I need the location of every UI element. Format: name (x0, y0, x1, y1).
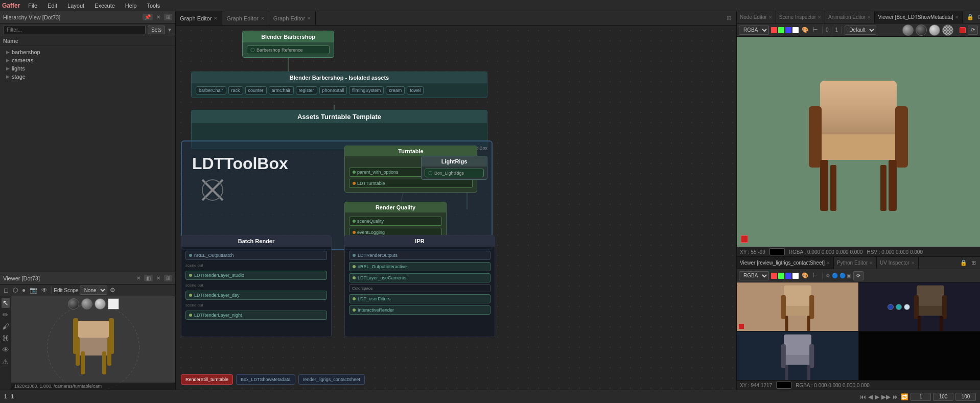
menu-tools[interactable]: Tools (145, 2, 162, 10)
viewer-box-close[interactable]: ✕ (955, 15, 959, 20)
bottom-grid-btn[interactable]: ⊞ (970, 259, 977, 267)
timeline-current[interactable]: 1 (11, 394, 14, 399)
reset-view-btn[interactable]: ⟳ (968, 26, 978, 35)
scene-inspector-close[interactable]: ✕ (818, 15, 822, 20)
review-lut-icon[interactable]: 🎨 (801, 272, 810, 279)
menu-execute[interactable]: Execute (92, 2, 117, 10)
python-editor-close[interactable]: ✕ (869, 260, 873, 266)
viewer-cube-btn[interactable]: ◻ (2, 286, 10, 295)
menu-help[interactable]: Help (123, 2, 139, 10)
tool-paint-icon[interactable]: 🖌 (1, 321, 10, 331)
default-select[interactable]: Default (845, 26, 876, 35)
ipr-group[interactable]: IPR LDTRenderOutputs nREL_OutputInteract… (344, 235, 495, 337)
review-clamp-icon[interactable]: ⊢ (812, 272, 819, 279)
tool-warning-icon[interactable]: ⚠ (1, 357, 10, 367)
tree-item-barbershop[interactable]: ▶ barbershop (0, 48, 175, 56)
isolated-assets-node[interactable]: Blender Barbershop - Isolated assets bar… (191, 72, 487, 98)
tl-play-btn[interactable]: ▶ (875, 393, 879, 400)
viewer-cube2-btn[interactable]: ⬡ (11, 286, 19, 295)
animation-editor-tab[interactable]: Animation Editor ✕ (825, 11, 875, 23)
scene-inspector-tab[interactable]: Scene Inspector ✕ (776, 11, 825, 23)
sets-dropdown-icon[interactable]: ▼ (167, 27, 172, 33)
menu-edit[interactable]: Edit (45, 2, 59, 10)
green-channel-icon[interactable] (778, 27, 784, 33)
graph-tab-1[interactable]: Graph Editor ✕ (176, 11, 222, 25)
review-red-icon[interactable] (771, 273, 777, 279)
right-lock-btn[interactable]: 🔒 (966, 13, 975, 21)
graph-fullscreen-btn[interactable]: ⊞ (726, 14, 732, 22)
hierarchy-filter-input[interactable] (3, 25, 146, 34)
viewer-dot73-grid-btn[interactable]: ⊞ (164, 275, 172, 281)
menu-layout[interactable]: Layout (65, 2, 86, 10)
graph-tab-2-close[interactable]: ✕ (261, 16, 265, 21)
red-channel-icon[interactable] (771, 27, 777, 33)
bottom-lock-btn[interactable]: 🔒 (959, 259, 968, 267)
review-alpha-icon[interactable] (792, 273, 799, 279)
tl-frame-input[interactable] (911, 393, 931, 401)
sphere-checker-right (942, 25, 953, 36)
tl-next-btn[interactable]: ⏭ (893, 393, 899, 400)
renderstill-pill[interactable]: RenderStill_turntable (181, 374, 233, 385)
viewer-review-tab[interactable]: Viewer [review_ligtrigs_contactSheet] ✕ (737, 257, 834, 269)
graph-tab-3-close[interactable]: ✕ (307, 16, 311, 21)
alpha-channel-icon[interactable] (792, 27, 799, 33)
turntable-sub-header: Turntable (345, 146, 477, 156)
tl-loop-btn[interactable]: 🔁 (901, 393, 908, 400)
bbshop-node[interactable]: Blender Barbershop ⬡ Barbershop Referenc… (242, 31, 334, 58)
tl-forward-btn[interactable]: ▶▶ (881, 393, 891, 400)
tool-pencil-icon[interactable]: ✏ (2, 310, 10, 320)
tl-back-btn[interactable]: ◀ (868, 393, 873, 400)
graph-tab-2[interactable]: Graph Editor ✕ (222, 11, 269, 25)
rgba-select[interactable]: RGBA (739, 26, 769, 35)
tool-lasso-icon[interactable]: ⌘ (1, 333, 10, 343)
batch-render-group[interactable]: Batch Render nREL_OutputBatch scene out … (181, 235, 332, 337)
menu-file[interactable]: File (26, 2, 39, 10)
render-ligrigs-pill[interactable]: render_ligrigs_contactSheet (298, 374, 365, 385)
lightrig-node[interactable]: LightRigs ⬡ Box_LightRigs (421, 156, 487, 180)
tree-item-stage[interactable]: ▶ stage (0, 73, 175, 81)
viewer-review-close[interactable]: ✕ (826, 260, 830, 266)
svg-rect-39 (918, 315, 921, 331)
python-editor-tab[interactable]: Python Editor ✕ (834, 257, 877, 269)
tool-select-icon[interactable]: ↖ (2, 298, 10, 308)
clamp-icon[interactable]: ⊢ (812, 26, 819, 34)
review-blue-icon[interactable] (785, 273, 791, 279)
viewer-box-tab[interactable]: Viewer [Box_LDTShowMetadata] ✕ (875, 11, 962, 23)
viewer-dot73-close2-btn[interactable]: ✕ (155, 275, 162, 281)
review-reset-btn[interactable]: ⟳ (853, 271, 864, 280)
review-rgba-select[interactable]: RGBA (739, 271, 769, 280)
node-editor-close[interactable]: ✕ (768, 15, 773, 20)
animation-editor-close[interactable]: ✕ (867, 15, 871, 20)
batch-header-label: nREL_OutputBatch (194, 253, 234, 258)
graph-tab-3[interactable]: Graph Editor ✕ (269, 11, 316, 25)
viewer-sphere-btn[interactable]: ● (20, 286, 27, 295)
viewer-dot73-restore-btn[interactable]: ◧ (144, 275, 153, 281)
blue-channel-icon[interactable] (785, 27, 791, 33)
review-sep (822, 272, 823, 279)
tl-prev-btn[interactable]: ⏮ (860, 393, 866, 400)
tool-eye-icon[interactable]: 👁 (1, 345, 10, 355)
ref-icon: ⬡ (250, 47, 255, 53)
tl-end2-input[interactable] (955, 393, 976, 401)
graph-canvas[interactable]: Blender Barbershop ⬡ Barbershop Referenc… (176, 26, 736, 390)
hierarchy-pin-btn[interactable]: 📌 (143, 14, 153, 20)
tl-end-input[interactable] (933, 393, 953, 401)
viewer-eye-btn[interactable]: 👁 (40, 286, 49, 295)
uv-inspector-tab[interactable]: UV Inspector ✕ (877, 257, 919, 269)
review-green-icon[interactable] (778, 273, 784, 279)
tree-item-cameras[interactable]: ▶ cameras (0, 56, 175, 64)
boxldt-pill[interactable]: Box_LDTShowMetadata (236, 374, 295, 385)
hierarchy-close-btn[interactable]: ✕ (155, 14, 162, 20)
viewer-dot73-close-btn[interactable]: ✕ (135, 275, 142, 281)
edit-scope-select[interactable]: None (80, 286, 107, 295)
hierarchy-grid-btn[interactable]: ⊞ (164, 14, 172, 20)
right-grid-btn[interactable]: ⊞ (977, 13, 980, 21)
tree-item-lights[interactable]: ▶ lights (0, 64, 175, 73)
lut-icon[interactable]: 🎨 (801, 26, 810, 34)
viewer-camera-btn[interactable]: 📷 (28, 286, 39, 295)
node-editor-tab[interactable]: Node Editor ✕ (737, 11, 776, 23)
graph-tab-1-close[interactable]: ✕ (214, 16, 218, 21)
uv-inspector-close[interactable]: ✕ (911, 260, 915, 266)
viewer-extra-btn[interactable]: ⚙ (108, 286, 117, 295)
hierarchy-sets-btn[interactable]: Sets (148, 26, 165, 34)
